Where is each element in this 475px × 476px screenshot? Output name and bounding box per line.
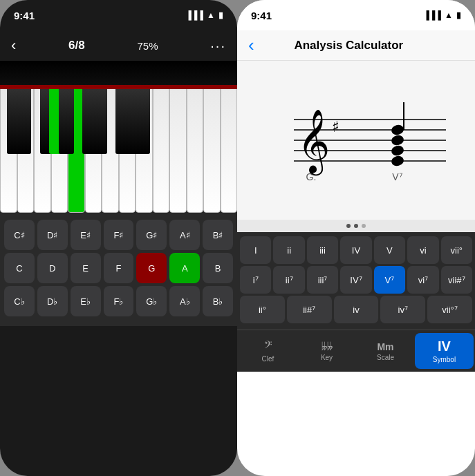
- sharp-row: C♯ D♯ E♯ F♯ G♯ A♯ B♯: [4, 220, 233, 250]
- btn-iii[interactable]: iii: [307, 236, 338, 264]
- toolbar-clef[interactable]: 𝄢 Clef: [239, 333, 297, 369]
- flat-row: C♭ D♭ E♭ F♭ G♭ A♭ B♭: [4, 286, 233, 316]
- right-signal-icon: ▐▐▐: [424, 10, 442, 20]
- key-f[interactable]: F: [104, 253, 134, 283]
- svg-point-7: [390, 155, 404, 167]
- key-fb[interactable]: F♭: [104, 286, 134, 316]
- btn-IV7[interactable]: IV⁷: [340, 266, 371, 294]
- white-key-b2[interactable]: [221, 85, 238, 213]
- key-ds[interactable]: D♯: [37, 220, 68, 250]
- btn-ii[interactable]: ii: [273, 236, 304, 264]
- key-cs[interactable]: C♯: [4, 220, 35, 250]
- btn-V7[interactable]: V⁷: [374, 266, 405, 294]
- white-key-d[interactable]: [17, 85, 35, 213]
- white-key-c2[interactable]: [119, 85, 136, 213]
- key-es[interactable]: E♯: [71, 220, 101, 250]
- svg-point-8: [390, 144, 404, 157]
- white-key-a[interactable]: [85, 85, 102, 213]
- key-eb[interactable]: E♭: [71, 286, 101, 316]
- key-cb[interactable]: C♭: [4, 286, 35, 316]
- right-back-button[interactable]: ‹: [248, 35, 254, 56]
- right-phone: 9:41 ▐▐▐ ▲ ▮ ‹ Analysis Calculator 𝄞: [237, 0, 475, 476]
- btn-iv[interactable]: iv: [334, 296, 379, 323]
- svg-point-10: [390, 124, 404, 136]
- key-db[interactable]: D♭: [37, 286, 68, 316]
- white-key-f[interactable]: [51, 85, 68, 213]
- left-nav-zoom: 75%: [138, 40, 158, 52]
- left-status-icons: ▐▐▐ ▲ ▮: [186, 10, 223, 20]
- svg-point-9: [390, 134, 404, 146]
- key-as[interactable]: A♯: [169, 220, 200, 250]
- white-key-f2[interactable]: [169, 85, 187, 213]
- key-gb[interactable]: G♭: [136, 286, 167, 316]
- svg-text:♯: ♯: [332, 118, 339, 135]
- key-gs[interactable]: G♯: [136, 220, 167, 250]
- btn-iii7[interactable]: iii⁷: [307, 266, 338, 294]
- symbol-label: Symbol: [433, 356, 456, 363]
- btn-V[interactable]: V: [374, 236, 405, 264]
- right-time: 9:41: [251, 10, 272, 21]
- left-time: 9:41: [14, 10, 35, 21]
- white-key-b[interactable]: [102, 85, 119, 213]
- btn-vi[interactable]: vi: [407, 236, 438, 264]
- key-a[interactable]: A: [169, 253, 200, 283]
- btn-i7[interactable]: i⁷: [240, 266, 271, 294]
- btn-ii7[interactable]: ii⁷: [273, 266, 304, 294]
- toolbar-scale[interactable]: Mm Scale: [356, 333, 415, 369]
- key-e[interactable]: E: [71, 253, 101, 283]
- btn-iv7[interactable]: iv⁷: [380, 296, 425, 323]
- toolbar-key[interactable]: 𝄫𝄫 Key: [297, 333, 356, 369]
- piano-red-line: [0, 85, 237, 89]
- symbol-icon: IV: [438, 339, 451, 354]
- white-key-g-green[interactable]: [68, 85, 85, 213]
- piano-section: [0, 61, 237, 213]
- btn-iidim[interactable]: ii°: [240, 296, 285, 323]
- dot-2: [354, 224, 358, 228]
- wifi-icon: ▲: [207, 10, 215, 20]
- clef-label: Clef: [262, 355, 274, 363]
- key-bs[interactable]: B♯: [203, 220, 233, 250]
- dot-1: [346, 224, 351, 228]
- btn-viidim7[interactable]: vii°⁷: [427, 296, 472, 323]
- svg-text:G:: G:: [306, 171, 317, 182]
- right-nav-title: Analysis Calculator: [294, 39, 403, 53]
- analysis-row-2: i⁷ ii⁷ iii⁷ IV⁷ V⁷ vi⁷ vii#⁷: [240, 266, 472, 294]
- white-key-a2[interactable]: [203, 85, 221, 213]
- white-key-d2[interactable]: [136, 85, 153, 213]
- white-key-g2[interactable]: [187, 85, 204, 213]
- white-key-c[interactable]: [0, 85, 17, 213]
- toolbar-symbol[interactable]: IV Symbol: [415, 333, 474, 369]
- key-fs[interactable]: F♯: [104, 220, 134, 250]
- btn-I[interactable]: I: [240, 236, 271, 264]
- btn-viidim[interactable]: vii°: [441, 236, 472, 264]
- white-key-e2[interactable]: [153, 85, 170, 213]
- btn-viis7[interactable]: vii#⁷: [441, 266, 472, 294]
- key-g[interactable]: G: [136, 253, 167, 283]
- white-key-e[interactable]: [34, 85, 51, 213]
- analysis-keyboard: I ii iii IV V vi vii° i⁷ ii⁷ iii⁷ IV⁷ V⁷…: [237, 232, 475, 330]
- piano-wrapper: [0, 85, 237, 213]
- key-c[interactable]: C: [4, 253, 35, 283]
- left-nav-bar: ‹ 6/8 75% ···: [0, 30, 237, 61]
- key-d[interactable]: D: [37, 253, 68, 283]
- btn-iis7[interactable]: ii#⁷: [287, 296, 332, 323]
- left-nav-title: 6/8: [68, 39, 85, 53]
- clef-icon: 𝄢: [264, 339, 272, 354]
- btn-vi7[interactable]: vi⁷: [407, 266, 438, 294]
- dots-indicator: [237, 220, 475, 232]
- left-more-button[interactable]: ···: [210, 38, 226, 54]
- analysis-row-1: I ii iii IV V vi vii°: [240, 236, 472, 264]
- svg-text:V⁷: V⁷: [392, 171, 402, 182]
- right-wifi-icon: ▲: [445, 10, 453, 20]
- right-status-bar: 9:41 ▐▐▐ ▲ ▮: [237, 0, 475, 30]
- key-icon: 𝄫𝄫: [322, 341, 333, 352]
- key-bb[interactable]: B♭: [203, 286, 233, 316]
- staff-svg: 𝄞 ♯ G: V⁷: [252, 78, 460, 202]
- key-label: Key: [321, 354, 333, 361]
- btn-IV[interactable]: IV: [340, 236, 371, 264]
- key-b[interactable]: B: [203, 253, 233, 283]
- scale-label: Scale: [377, 354, 394, 361]
- key-ab[interactable]: A♭: [169, 286, 200, 316]
- left-back-button[interactable]: ‹: [11, 37, 16, 55]
- right-status-icons: ▐▐▐ ▲ ▮: [424, 10, 461, 20]
